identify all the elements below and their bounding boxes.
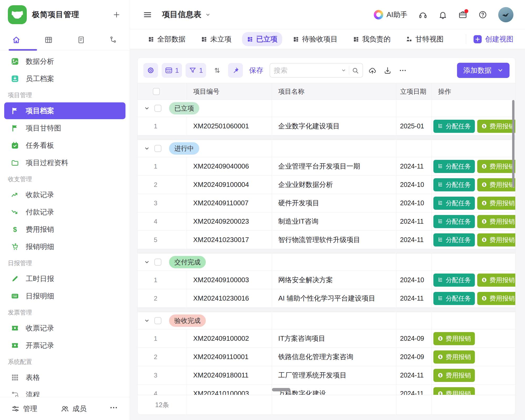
import-button[interactable] bbox=[367, 65, 378, 76]
expense-button[interactable]: $费用报销 bbox=[477, 178, 515, 191]
sidebar-item-费用报销[interactable]: $费用报销 bbox=[4, 221, 125, 238]
workspace-button[interactable] bbox=[458, 10, 467, 19]
view-tab-未立项[interactable]: 未立项 bbox=[196, 32, 236, 46]
assign-task-button[interactable]: 分配任务 bbox=[433, 178, 475, 191]
tab-flows[interactable] bbox=[97, 36, 130, 44]
chevron-down-icon[interactable] bbox=[341, 68, 346, 73]
table-row[interactable]: 3XM202409180011工厂管理系统开发项目2024-11$费用报销 bbox=[138, 366, 515, 385]
assign-task-button[interactable]: 分配任务 bbox=[433, 292, 475, 305]
column-header-date[interactable]: 立项日期 bbox=[396, 83, 432, 99]
search-box[interactable] bbox=[270, 63, 363, 78]
help-button[interactable] bbox=[478, 10, 487, 19]
sidebar-item-日报明细[interactable]: 日报明细 bbox=[4, 288, 125, 304]
group-checkbox[interactable] bbox=[154, 105, 161, 112]
expense-button[interactable]: $费用报销 bbox=[433, 369, 475, 382]
sort-button[interactable] bbox=[210, 63, 224, 78]
assign-task-button[interactable]: 分配任务 bbox=[433, 120, 475, 133]
sidebar-item-报销明细[interactable]: 报销明细 bbox=[4, 238, 125, 255]
hamburger-menu-icon[interactable] bbox=[143, 10, 152, 19]
assign-task-button[interactable]: 分配任务 bbox=[433, 215, 475, 228]
support-button[interactable] bbox=[418, 10, 427, 19]
add-app-button[interactable] bbox=[111, 9, 122, 20]
members-button[interactable]: 成员 bbox=[61, 404, 87, 413]
sidebar-item-表格[interactable]: 表格 bbox=[4, 369, 125, 386]
expense-button[interactable]: $费用报销 bbox=[477, 160, 515, 173]
tab-documents[interactable] bbox=[65, 36, 97, 44]
table-row[interactable]: 1XM202409040006企业管理平台开发项目一期2024-11分配任务$费… bbox=[138, 157, 515, 176]
table-row[interactable]: 5XM202410230017智行物流管理软件升级项目2024-11分配任务$费… bbox=[138, 231, 515, 249]
page-title-dropdown[interactable]: 项目信息表 bbox=[162, 9, 211, 20]
sidebar-item-项目档案[interactable]: 项目档案 bbox=[4, 102, 125, 119]
table-row[interactable]: 2XM202409110001铁路信息化管理方案咨询2024-09$费用报销 bbox=[138, 348, 515, 366]
group-checkbox[interactable] bbox=[154, 145, 161, 152]
vertical-scrollbar[interactable] bbox=[512, 100, 514, 187]
expense-button[interactable]: $费用报销 bbox=[433, 332, 475, 345]
table-row[interactable]: 4XM202409200023制造业IT咨询2024-11分配任务$费用报销 bbox=[138, 212, 515, 231]
sidebar-item-收款记录[interactable]: 收款记录 bbox=[4, 186, 125, 203]
expense-button[interactable]: $费用报销 bbox=[477, 233, 515, 246]
assign-task-button[interactable]: 分配任务 bbox=[433, 274, 475, 287]
view-tab-甘特视图[interactable]: 甘特视图 bbox=[401, 32, 448, 46]
pin-button[interactable] bbox=[228, 63, 243, 78]
create-view-button[interactable]: 创建视图 bbox=[474, 34, 513, 44]
sidebar-item-工时日报[interactable]: 工时日报 bbox=[4, 270, 125, 287]
assign-task-button[interactable]: 分配任务 bbox=[433, 233, 475, 246]
table-row[interactable]: 3XM202409110007硬件开发项目2024-10分配任务$费用报销 bbox=[138, 194, 515, 212]
sidebar-item-项目过程资料[interactable]: 项目过程资料 bbox=[4, 154, 125, 171]
sidebar-item-员工档案[interactable]: 员工档案 bbox=[4, 70, 125, 87]
sidebar-item-收票记录[interactable]: 收票记录 bbox=[4, 320, 125, 337]
manage-button[interactable]: 管理 bbox=[12, 404, 37, 413]
table-row[interactable]: 1XM202409100003网络安全解决方案2024-10分配任务$费用报销 bbox=[138, 271, 515, 289]
add-data-button[interactable]: 添加数据 bbox=[457, 63, 510, 78]
expense-button[interactable]: $费用报销 bbox=[477, 292, 515, 305]
sidebar-more-button[interactable] bbox=[109, 403, 118, 414]
tab-home[interactable] bbox=[0, 36, 33, 44]
select-all-checkbox[interactable] bbox=[153, 88, 160, 95]
sidebar-item-任务看板[interactable]: 任务看板 bbox=[4, 137, 125, 154]
more-actions-button[interactable] bbox=[397, 65, 409, 76]
expense-button[interactable]: $费用报销 bbox=[477, 215, 515, 228]
table-row[interactable]: 2XM202409100004企业业财数据分析2024-10分配任务$费用报销 bbox=[138, 176, 515, 194]
view-tab-待验收项目[interactable]: 待验收项目 bbox=[288, 32, 342, 46]
group-checkbox[interactable] bbox=[154, 259, 161, 266]
group-checkbox[interactable] bbox=[154, 317, 161, 324]
table-row[interactable]: 4XM202410100003万科数字化建设2024-11$费用报销 bbox=[138, 385, 515, 395]
view-tab-全部数据[interactable]: 全部数据 bbox=[143, 32, 190, 46]
sidebar-item-数据分析[interactable]: ¥数据分析 bbox=[4, 53, 125, 70]
chevron-down-icon[interactable] bbox=[144, 145, 150, 151]
table-row[interactable]: 1XM202501060001企业数字化建设项目2025-01分配任务$费用报销 bbox=[138, 117, 515, 135]
expense-button[interactable]: $费用报销 bbox=[433, 387, 475, 396]
sidebar-item-付款记录[interactable]: 付款记录 bbox=[4, 204, 125, 220]
search-input[interactable] bbox=[274, 66, 338, 75]
sidebar-item-开票记录[interactable]: 开票记录 bbox=[4, 337, 125, 354]
chevron-down-icon[interactable] bbox=[144, 318, 150, 324]
expense-button[interactable]: $费用报销 bbox=[477, 120, 515, 133]
notifications-button[interactable] bbox=[438, 10, 447, 19]
expense-button[interactable]: $费用报销 bbox=[477, 197, 515, 210]
horizontal-scrollbar[interactable] bbox=[272, 388, 290, 391]
settings-button[interactable] bbox=[143, 63, 158, 78]
chevron-down-icon[interactable] bbox=[144, 259, 150, 265]
filter-button[interactable]: 1 bbox=[186, 63, 206, 78]
search-icon[interactable] bbox=[352, 67, 359, 74]
column-header-code[interactable]: 项目编号 bbox=[187, 83, 272, 99]
view-tab-我负责的[interactable]: 我负责的 bbox=[348, 32, 395, 46]
sidebar-item-项目甘特图[interactable]: 项目甘特图 bbox=[4, 120, 125, 136]
fields-config-button[interactable]: 1 bbox=[162, 63, 182, 78]
assign-task-button[interactable]: 分配任务 bbox=[433, 197, 475, 210]
avatar[interactable] bbox=[498, 7, 513, 22]
table-row[interactable]: 1XM202409100002IT方案咨询项目2024-09$费用报销 bbox=[138, 329, 515, 348]
assign-task-button[interactable]: 分配任务 bbox=[433, 160, 475, 173]
column-header-name[interactable]: 项目名称 bbox=[272, 83, 396, 99]
fields-badge: 1 bbox=[175, 66, 179, 75]
ai-assistant-button[interactable]: AI助手 bbox=[374, 10, 407, 19]
view-tab-已立项[interactable]: 已立项 bbox=[242, 32, 282, 46]
expense-button[interactable]: $费用报销 bbox=[477, 274, 515, 287]
save-button[interactable]: 保存 bbox=[249, 66, 263, 75]
chevron-down-icon[interactable] bbox=[144, 105, 150, 111]
sidebar-item-流程[interactable]: 流程 bbox=[4, 386, 125, 397]
expense-button[interactable]: $费用报销 bbox=[433, 350, 475, 364]
tab-tables[interactable] bbox=[33, 36, 65, 44]
export-button[interactable] bbox=[382, 65, 393, 76]
table-row[interactable]: 2XM202410230016AI 辅助个性化学习平台建设项目2024-11分配… bbox=[138, 289, 515, 308]
